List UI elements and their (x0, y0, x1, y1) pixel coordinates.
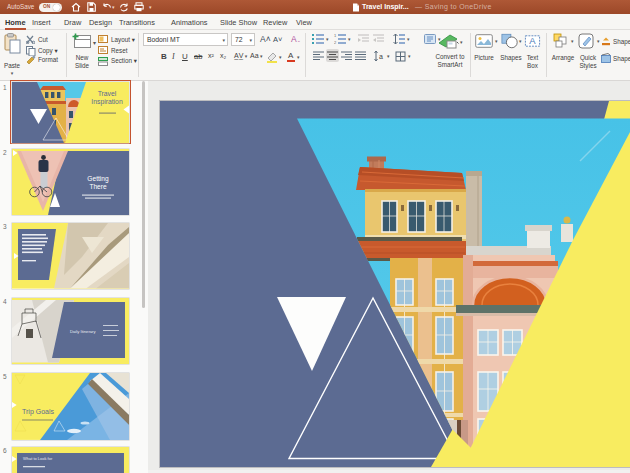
svg-text:Getting: Getting (87, 175, 109, 183)
svg-text:What to Look for: What to Look for (23, 456, 53, 461)
svg-text:2: 2 (334, 40, 337, 44)
svg-text:A: A (529, 35, 536, 46)
svg-text:a: a (379, 53, 383, 60)
svg-text:Daily Itinerary: Daily Itinerary (70, 329, 97, 334)
svg-text:1: 1 (334, 34, 337, 38)
svg-text:Travel: Travel (98, 89, 117, 96)
svg-text:Trip Goals: Trip Goals (22, 408, 54, 416)
svg-text:Inspiration: Inspiration (91, 98, 123, 106)
svg-text:There: There (89, 183, 107, 190)
